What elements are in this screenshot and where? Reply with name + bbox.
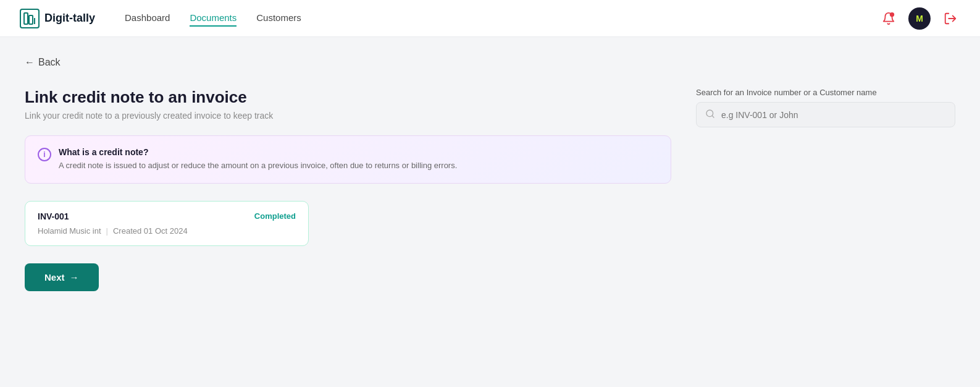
invoice-customer: Holamid Music int [38, 226, 101, 236]
header: Digit-tally Dashboard Documents Customer… [0, 0, 980, 37]
back-label: Back [38, 57, 61, 68]
page-title: Link credit note to an invoice [25, 88, 671, 107]
main-content: ← Back Link credit note to an invoice Li… [0, 37, 980, 311]
svg-rect-2 [34, 18, 35, 24]
invoice-created: Created 01 Oct 2024 [113, 226, 188, 236]
nav-documents[interactable]: Documents [190, 10, 237, 27]
svg-line-6 [712, 116, 714, 117]
invoice-status: Completed [254, 211, 296, 221]
logout-icon[interactable] [940, 9, 960, 28]
back-link[interactable]: ← Back [25, 57, 955, 68]
logo-text: Digit-tally [44, 12, 95, 25]
search-box[interactable] [696, 102, 955, 127]
info-content: What is a credit note? A credit note is … [59, 147, 457, 172]
left-panel: Link credit note to an invoice Link your… [25, 88, 671, 291]
invoice-id: INV-001 [38, 211, 69, 221]
page-layout: Link credit note to an invoice Link your… [25, 88, 955, 291]
search-label: Search for an Invoice number or a Custom… [696, 88, 955, 97]
svg-point-3 [890, 12, 894, 16]
info-box: i What is a credit note? A credit note i… [25, 135, 671, 184]
back-arrow-icon: ← [25, 57, 35, 68]
info-icon: i [38, 148, 51, 161]
svg-rect-0 [24, 13, 28, 24]
meta-divider: | [106, 226, 108, 236]
invoice-card-header: INV-001 Completed [38, 211, 296, 221]
search-input[interactable] [721, 110, 946, 120]
logo-icon [20, 9, 40, 28]
search-icon [705, 109, 715, 121]
header-actions: M [879, 7, 960, 30]
logo: Digit-tally [20, 9, 95, 28]
bell-icon[interactable] [879, 9, 898, 28]
next-button[interactable]: Next → [25, 263, 99, 291]
page-subtitle: Link your credit note to a previously cr… [25, 111, 671, 121]
next-button-label: Next [44, 272, 65, 283]
next-arrow-icon: → [70, 272, 79, 283]
nav-dashboard[interactable]: Dashboard [125, 10, 170, 27]
main-nav: Dashboard Documents Customers [125, 10, 879, 27]
info-title: What is a credit note? [59, 147, 457, 157]
avatar[interactable]: M [908, 7, 931, 30]
invoice-card[interactable]: INV-001 Completed Holamid Music int | Cr… [25, 201, 309, 246]
nav-customers[interactable]: Customers [256, 10, 301, 27]
right-panel: Search for an Invoice number or a Custom… [696, 88, 955, 127]
invoice-meta: Holamid Music int | Created 01 Oct 2024 [38, 226, 296, 236]
svg-rect-1 [29, 15, 33, 24]
info-description: A credit note is issued to adjust or red… [59, 159, 457, 172]
